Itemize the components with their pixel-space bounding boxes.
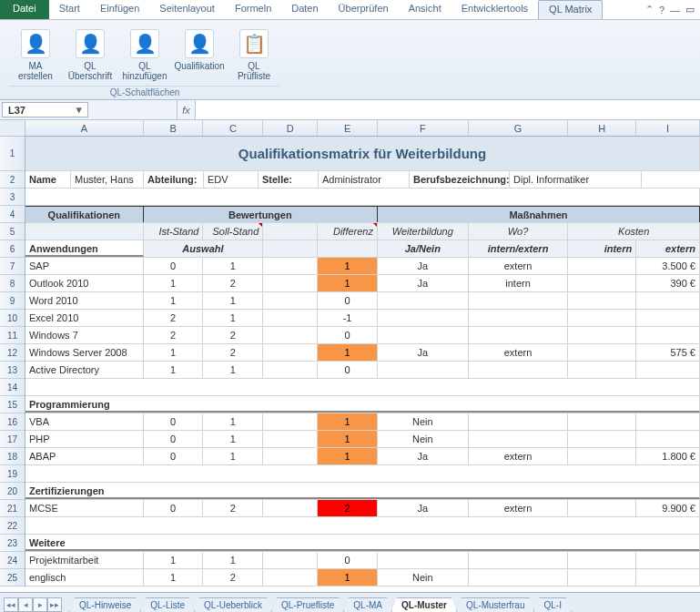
cell[interactable] bbox=[263, 258, 318, 274]
cell-weiterbildung[interactable] bbox=[378, 310, 469, 326]
cell-weiterbildung[interactable] bbox=[378, 292, 469, 309]
cell-wo[interactable] bbox=[469, 310, 569, 326]
hdr-qualifikationen[interactable]: Qualifikationen bbox=[25, 206, 144, 222]
ribbon-tab[interactable]: Entwicklertools bbox=[451, 0, 538, 19]
ribbon-button[interactable]: 👤MA erstellen bbox=[10, 26, 61, 84]
minimize-ribbon-icon[interactable]: ⌃ bbox=[645, 4, 654, 15]
cell-intern[interactable] bbox=[568, 310, 636, 326]
hdr-diff[interactable]: Differenz bbox=[318, 223, 378, 240]
sheet-tab[interactable]: QL-Pruefliste bbox=[271, 597, 344, 612]
cell-intern[interactable] bbox=[568, 258, 636, 274]
row-header[interactable]: 6 bbox=[0, 240, 25, 258]
tab-last-icon[interactable]: ▸▸ bbox=[47, 597, 62, 612]
cell-name[interactable]: Active Directory bbox=[25, 362, 144, 378]
cell-ist[interactable]: 1 bbox=[144, 275, 204, 291]
cell-name[interactable]: Outlook 2010 bbox=[25, 275, 144, 291]
cell[interactable] bbox=[263, 413, 318, 430]
row-header[interactable]: 19 bbox=[0, 465, 25, 483]
sheet-tab[interactable]: QL-MA bbox=[343, 597, 392, 612]
cell-extern[interactable]: 1.800 € bbox=[636, 448, 700, 464]
sheet-tab[interactable]: QL-Muster bbox=[391, 597, 457, 612]
cell-diff[interactable]: 2 bbox=[318, 500, 378, 516]
cell-intern[interactable] bbox=[568, 275, 636, 291]
col-header[interactable]: C bbox=[203, 120, 263, 136]
hdr-ist[interactable]: Ist-Stand bbox=[144, 223, 204, 240]
cell-extern[interactable]: 575 € bbox=[636, 344, 700, 361]
cell-name[interactable]: PHP bbox=[25, 431, 144, 447]
worksheet[interactable]: ABCDEFGHI 123456789101112131415161718192… bbox=[0, 120, 700, 586]
hdr-anwendungen[interactable]: Anwendungen bbox=[25, 240, 144, 257]
cell-diff[interactable]: 1 bbox=[318, 275, 378, 291]
tab-prev-icon[interactable]: ◂ bbox=[18, 597, 33, 612]
row-header[interactable]: 2 bbox=[0, 171, 25, 189]
value-abteilung[interactable]: EDV bbox=[204, 171, 259, 188]
cell-wo[interactable] bbox=[469, 327, 569, 343]
cell[interactable] bbox=[263, 362, 318, 378]
cell-extern[interactable] bbox=[636, 569, 700, 586]
col-header[interactable]: G bbox=[469, 120, 569, 136]
cell-name[interactable]: SAP bbox=[25, 258, 144, 274]
ribbon-tab[interactable]: Überprüfen bbox=[329, 0, 399, 19]
column-headers[interactable]: ABCDEFGHI bbox=[25, 120, 700, 137]
row-header[interactable]: 12 bbox=[0, 344, 25, 362]
cell-soll[interactable]: 1 bbox=[203, 552, 263, 568]
cell-weiterbildung[interactable]: Ja bbox=[378, 275, 469, 291]
hdr-bewertungen[interactable]: Bewertungen bbox=[144, 206, 378, 222]
row-header[interactable]: 11 bbox=[0, 327, 25, 344]
cell-diff[interactable]: 0 bbox=[318, 327, 378, 343]
row-header[interactable]: 4 bbox=[0, 206, 25, 223]
grid[interactable]: Qualifikationsmatrix für WeiterbildungNa… bbox=[25, 137, 700, 586]
cell[interactable] bbox=[263, 431, 318, 447]
row-header[interactable]: 15 bbox=[0, 396, 25, 413]
cell-wo[interactable] bbox=[469, 413, 569, 430]
formula-input[interactable] bbox=[195, 100, 700, 119]
cell-diff[interactable]: 1 bbox=[318, 569, 378, 586]
cell-diff[interactable]: 1 bbox=[318, 344, 378, 361]
file-tab[interactable]: Datei bbox=[0, 0, 49, 19]
name-box[interactable]: L37▾ bbox=[2, 102, 88, 117]
cell-diff[interactable]: 1 bbox=[318, 413, 378, 430]
row-header[interactable]: 21 bbox=[0, 500, 25, 517]
cell-soll[interactable]: 2 bbox=[203, 344, 263, 361]
cell-name[interactable]: englisch bbox=[25, 569, 144, 586]
row-header[interactable]: 8 bbox=[0, 275, 25, 292]
row-header[interactable]: 3 bbox=[0, 189, 25, 206]
cell-intern[interactable] bbox=[568, 448, 636, 464]
ribbon-tab[interactable]: Ansicht bbox=[399, 0, 451, 19]
cell-wo[interactable]: intern bbox=[469, 275, 569, 291]
select-all-corner[interactable] bbox=[0, 120, 25, 137]
row-header[interactable]: 18 bbox=[0, 448, 25, 465]
row-header[interactable]: 9 bbox=[0, 292, 25, 310]
cell[interactable] bbox=[263, 223, 318, 240]
cell-wo[interactable] bbox=[469, 431, 569, 447]
label-name[interactable]: Name bbox=[25, 171, 71, 188]
cell-extern[interactable] bbox=[636, 327, 700, 343]
cell-soll[interactable]: 1 bbox=[203, 362, 263, 378]
cell-intern[interactable] bbox=[568, 413, 636, 430]
ribbon-tab[interactable]: QL Matrix bbox=[538, 0, 603, 19]
ribbon-tab[interactable]: Formeln bbox=[225, 0, 281, 19]
cell-ist[interactable]: 0 bbox=[144, 258, 204, 274]
cell-ist[interactable]: 0 bbox=[144, 413, 204, 430]
cell-intern[interactable] bbox=[568, 344, 636, 361]
cell[interactable] bbox=[25, 223, 144, 240]
cell-weiterbildung[interactable] bbox=[378, 327, 469, 343]
cell-wo[interactable]: extern bbox=[469, 448, 569, 464]
col-header[interactable]: E bbox=[318, 120, 378, 136]
cell-wo[interactable] bbox=[469, 552, 569, 568]
group-weitere[interactable]: Weitere bbox=[25, 535, 700, 551]
row-header[interactable]: 7 bbox=[0, 258, 25, 275]
cell[interactable] bbox=[263, 292, 318, 309]
cell-name[interactable]: Windows 7 bbox=[25, 327, 144, 343]
row-header[interactable]: 14 bbox=[0, 379, 25, 396]
cell-diff[interactable]: 0 bbox=[318, 292, 378, 309]
cell-ist[interactable]: 0 bbox=[144, 448, 204, 464]
cell-weiterbildung[interactable]: Ja bbox=[378, 344, 469, 361]
cell-ist[interactable]: 1 bbox=[144, 344, 204, 361]
row-header[interactable]: 24 bbox=[0, 552, 25, 569]
cell-extern[interactable] bbox=[636, 292, 700, 309]
cell-intern[interactable] bbox=[568, 292, 636, 309]
cell-wo[interactable] bbox=[469, 569, 569, 586]
cell-soll[interactable]: 1 bbox=[203, 258, 263, 274]
help-icon[interactable]: ? bbox=[659, 5, 664, 15]
